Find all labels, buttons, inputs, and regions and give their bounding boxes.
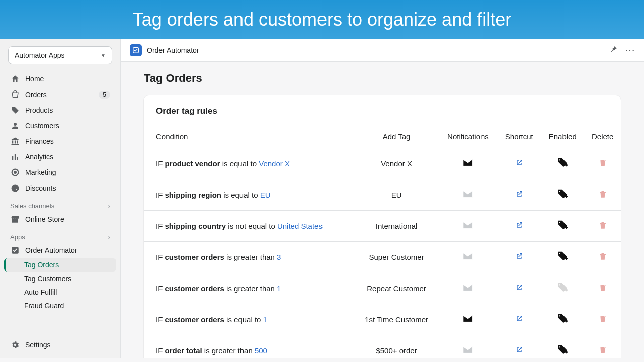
delete-button[interactable] (598, 283, 607, 292)
sidebar-subitem-tag-orders[interactable]: Tag Orders (4, 258, 116, 272)
topbar: Order Automator ⋯ (121, 39, 644, 62)
cell-condition: IF customer orders is greater than 1 (144, 273, 354, 304)
enabled-toggle[interactable] (557, 313, 568, 324)
delete-button[interactable] (598, 190, 607, 199)
sidebar-item-settings[interactable]: Settings (4, 337, 116, 352)
nav-label: Products (25, 106, 53, 114)
notification-toggle[interactable] (462, 220, 473, 231)
tag-icon (10, 105, 20, 115)
hero-banner: Tag orders and customers to organize and… (0, 0, 644, 39)
bank-icon (10, 136, 20, 146)
sidebar-subitem-tag-customers[interactable]: Tag Customers (4, 272, 116, 285)
app-name: Order Automator (147, 46, 199, 54)
cell-condition: IF order total is greater than 500 (144, 335, 354, 358)
cell-tag: Vendor X (354, 148, 438, 179)
nav-label: Marketing (25, 168, 56, 176)
enabled-toggle[interactable] (557, 251, 568, 262)
shortcut-link[interactable] (515, 190, 523, 198)
sidebar-item-discounts[interactable]: Discounts (4, 180, 116, 196)
nav-label: Home (25, 75, 44, 83)
chevron-right-icon: › (108, 202, 110, 210)
sidebar-item-customers[interactable]: Customers (4, 118, 116, 133)
notification-toggle[interactable] (462, 282, 473, 293)
sidebar-item-analytics[interactable]: Analytics (4, 149, 116, 164)
nav-label: Customers (25, 122, 59, 130)
notification-toggle[interactable] (462, 189, 473, 200)
delete-button[interactable] (598, 158, 607, 167)
rules-card: Order tag rules Condition Add Tag Notifi… (144, 95, 621, 358)
shortcut-link[interactable] (515, 346, 523, 354)
enabled-toggle[interactable] (557, 282, 568, 293)
col-notifications: Notifications (439, 125, 498, 148)
check-icon (10, 245, 20, 255)
sidebar-item-products[interactable]: Products (4, 103, 116, 118)
sidebar-subitem-fraud-guard[interactable]: Fraud Guard (4, 299, 116, 312)
apps-heading[interactable]: Apps › (4, 231, 116, 243)
shortcut-link[interactable] (515, 315, 523, 323)
sidebar-item-finances[interactable]: Finances (4, 134, 116, 149)
pin-icon[interactable] (609, 45, 618, 56)
sidebar-item-online-store[interactable]: Online Store (4, 212, 116, 227)
chevron-right-icon: › (108, 233, 110, 241)
notification-toggle[interactable] (462, 313, 473, 324)
sidebar-item-order-automator[interactable]: Order Automator (4, 243, 116, 258)
cell-condition: IF customer orders is greater than 3 (144, 242, 354, 273)
shortcut-link[interactable] (515, 284, 523, 292)
cell-condition: IF customer orders is equal to 1 (144, 304, 354, 335)
shortcut-link[interactable] (515, 252, 523, 260)
percent-icon (10, 183, 20, 193)
cell-tag: Super Customer (354, 242, 438, 273)
app-selector-dropdown[interactable]: Automator Apps ▼ (8, 46, 112, 64)
sidebar-item-orders[interactable]: Orders5 (4, 87, 116, 102)
shortcut-link[interactable] (515, 221, 523, 229)
enabled-toggle[interactable] (557, 220, 568, 231)
table-row: IF customer orders is greater than 1 Rep… (144, 273, 621, 304)
app-icon (130, 44, 142, 56)
page-title: Tag Orders (144, 72, 621, 85)
table-row: IF product vendor is equal to Vendor X V… (144, 148, 621, 179)
sidebar-item-marketing[interactable]: Marketing (4, 165, 116, 180)
delete-button[interactable] (598, 314, 607, 323)
nav-label: Orders (25, 90, 47, 99)
main-content: Order Automator ⋯ Tag Orders Order tag r… (121, 39, 644, 358)
more-icon[interactable]: ⋯ (625, 45, 635, 56)
table-row: IF order total is greater than 500 $500+… (144, 335, 621, 358)
notification-toggle[interactable] (462, 251, 473, 262)
nav-label: Analytics (25, 153, 53, 161)
store-icon (10, 214, 20, 224)
table-row: IF customer orders is equal to 1 1st Tim… (144, 304, 621, 335)
col-add-tag: Add Tag (354, 125, 438, 148)
sidebar-item-home[interactable]: Home (4, 71, 116, 86)
enabled-toggle[interactable] (557, 189, 568, 200)
delete-button[interactable] (598, 252, 607, 261)
cell-condition: IF shipping country is not equal to Unit… (144, 211, 354, 242)
cell-tag: International (354, 211, 438, 242)
col-shortcut: Shortcut (497, 125, 541, 148)
table-row: IF shipping country is not equal to Unit… (144, 211, 621, 242)
notification-toggle[interactable] (462, 344, 473, 355)
orders-icon (10, 89, 20, 100)
enabled-toggle[interactable] (557, 344, 568, 355)
col-condition: Condition (144, 125, 354, 148)
nav-badge: 5 (99, 90, 110, 99)
gear-icon (10, 340, 20, 350)
col-enabled: Enabled (541, 125, 584, 148)
cell-tag: 1st Time Customer (354, 304, 438, 335)
delete-button[interactable] (598, 345, 607, 354)
nav-label: Discounts (25, 184, 56, 192)
table-row: IF customer orders is greater than 3 Sup… (144, 242, 621, 273)
target-icon (10, 167, 20, 177)
notification-toggle[interactable] (462, 157, 473, 168)
nav-label: Finances (25, 137, 54, 145)
home-icon (10, 74, 20, 84)
svg-point-0 (12, 185, 19, 192)
sales-channels-heading[interactable]: Sales channels › (4, 200, 116, 212)
shortcut-link[interactable] (515, 159, 523, 167)
sidebar: Automator Apps ▼ HomeOrders5ProductsCust… (0, 39, 121, 358)
delete-button[interactable] (598, 221, 607, 230)
enabled-toggle[interactable] (557, 157, 568, 168)
table-row: IF shipping region is equal to EU EU (144, 179, 621, 211)
card-title: Order tag rules (144, 106, 621, 125)
bars-icon (10, 152, 20, 162)
sidebar-subitem-auto-fulfill[interactable]: Auto Fulfill (4, 286, 116, 299)
